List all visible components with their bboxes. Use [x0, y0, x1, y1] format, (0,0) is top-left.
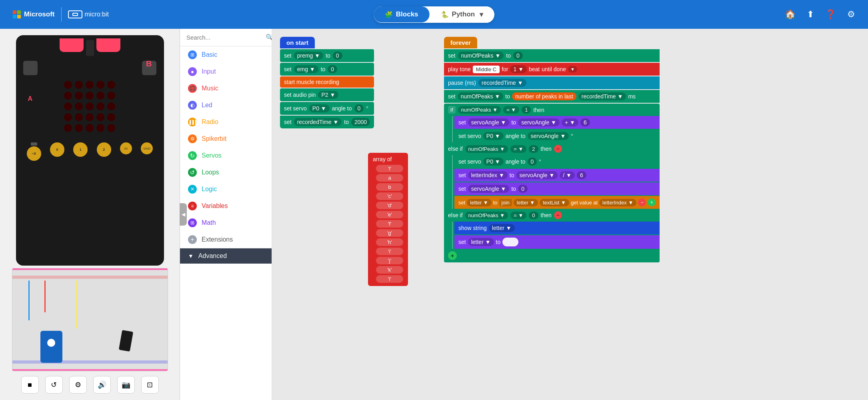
elseif2-val[interactable]: 2 — [529, 145, 538, 153]
category-spikerbit[interactable]: ⚙ Spikerbit — [180, 130, 272, 147]
category-radio[interactable]: ▐▐▐ Radio — [180, 114, 272, 130]
collapse-arrow[interactable]: ◀ — [180, 203, 187, 226]
servoangle-0-dropdown[interactable]: servoAngle ▼ — [468, 185, 510, 193]
if1-left-dropdown[interactable]: numOfPeaks ▼ — [458, 106, 501, 114]
blocks-workspace[interactable]: on start set premg ▼ to 0 set emg ▼ to 0… — [272, 29, 868, 400]
if1-val[interactable]: 1 — [522, 106, 531, 114]
search-input[interactable] — [186, 34, 262, 41]
hw-buttons — [23, 61, 156, 75]
recordedtime-value[interactable]: 2000 — [351, 118, 370, 126]
elseif0-left-dropdown[interactable]: numOfPeaks ▼ — [465, 212, 508, 219]
led-matrix — [60, 77, 120, 137]
mode-switcher: 🧩 Blocks 🐍 Python ▾ — [374, 6, 494, 23]
plus-dropdown[interactable]: + ▼ — [562, 118, 578, 126]
home-icon[interactable]: 🏠 — [785, 9, 796, 20]
loops-dot: ↺ — [188, 168, 197, 177]
category-logic[interactable]: ✕ Logic — [180, 181, 272, 198]
settings-icon[interactable]: ⚙ — [847, 9, 855, 20]
category-input[interactable]: ● Input — [180, 63, 272, 80]
letter-empty-dropdown[interactable]: letter ▼ — [468, 238, 494, 246]
search-icon[interactable]: 🔍 — [266, 34, 272, 41]
add-branch-btn[interactable]: + — [448, 251, 457, 260]
pin-row: ~0 0 1 2 3V GND — [16, 142, 164, 161]
category-basic[interactable]: ⊞ Basic — [180, 46, 272, 63]
divide-dropdown[interactable]: / ▼ — [560, 171, 575, 179]
elseif0-remove-btn[interactable]: − — [554, 211, 562, 219]
restart-button[interactable]: ↺ — [45, 376, 63, 394]
servo-0-val[interactable]: 0 — [528, 158, 537, 166]
pause-ms-dropdown[interactable]: recordedTime ▼ — [478, 79, 526, 87]
python-dropdown-arrow: ▾ — [480, 10, 483, 19]
spikerbit-icon: ⚙ — [190, 136, 195, 142]
category-extensions[interactable]: + Extensions — [180, 231, 272, 248]
category-math[interactable]: ⊞ Math — [180, 214, 272, 231]
elseif2-left-dropdown[interactable]: numOfPeaks ▼ — [465, 145, 508, 153]
expand-button[interactable]: ⊡ — [141, 376, 159, 394]
premg-value[interactable]: 0 — [333, 52, 342, 60]
servo-p0-3-dropdown[interactable]: P0 ▼ — [483, 158, 504, 166]
array-of-block: array of 'l' a b 'c' 'd' 'e' 'f' 'g' 'h'… — [368, 153, 408, 286]
category-led[interactable]: ◐ Led — [180, 97, 272, 114]
letterindex-ref-dropdown[interactable]: letterIndex ▼ — [599, 199, 636, 206]
recordedtime-dropdown[interactable]: recordedTime ▼ — [294, 118, 342, 126]
share-icon[interactable]: ⬆ — [807, 9, 814, 20]
empty-string-val[interactable] — [502, 238, 518, 246]
plus-val[interactable]: 6 — [580, 118, 590, 126]
numpeaks-val-0[interactable]: 0 — [513, 52, 523, 60]
letter-set-dropdown[interactable]: letter ▼ — [467, 199, 491, 206]
category-advanced[interactable]: ▼ Advanced — [180, 248, 272, 264]
elseif0-val[interactable]: 0 — [529, 212, 538, 219]
emg-value[interactable]: 0 — [328, 65, 337, 73]
servo-p0-2-dropdown[interactable]: P0 ▼ — [483, 132, 504, 140]
elseif2-remove-btn[interactable]: − — [554, 145, 562, 153]
servo-sa-dropdown[interactable]: servoAngle ▼ — [528, 132, 569, 140]
if1-eq-dropdown[interactable]: = ▼ — [503, 106, 519, 114]
servoangle-li-dropdown[interactable]: servoAngle ▼ — [516, 171, 558, 179]
textlist-dropdown[interactable]: textList ▼ — [540, 199, 569, 206]
array-item-l: 'l' — [376, 165, 403, 172]
servos-label: Servos — [202, 152, 222, 159]
letterindex-dropdown[interactable]: letterIndex ▼ — [468, 171, 508, 179]
led-2-2 — [86, 102, 94, 110]
blocks-mode-button[interactable]: 🧩 Blocks — [374, 6, 430, 22]
divide-val[interactable]: 6 — [577, 171, 586, 179]
premg-dropdown[interactable]: premg ▼ — [294, 52, 323, 60]
servoangle-set-dropdown[interactable]: servoAngle ▼ — [468, 118, 510, 126]
category-loops[interactable]: ↺ Loops — [180, 164, 272, 181]
led-2-3 — [96, 102, 104, 110]
elseif0-then-label: then — [541, 212, 552, 218]
pin-gnd: GND — [141, 142, 153, 154]
category-music[interactable]: 🎧 Music — [180, 80, 272, 97]
elseif2-eq-dropdown[interactable]: = ▼ — [510, 145, 526, 153]
button-left[interactable] — [23, 61, 38, 75]
show-string-dropdown[interactable]: letter ▼ — [489, 224, 515, 232]
servoangle-0-val[interactable]: 0 — [518, 185, 528, 193]
help-icon[interactable]: ❓ — [825, 9, 836, 20]
servoangle-ref-dropdown[interactable]: servoAngle ▼ — [518, 118, 560, 126]
tone-done-dropdown[interactable]: ▼ — [568, 66, 577, 72]
sound-button[interactable]: 🔊 — [93, 376, 111, 394]
join-minus-btn[interactable]: − — [638, 198, 646, 206]
elseif0-eq-dropdown[interactable]: = ▼ — [510, 212, 526, 219]
audio-pin-dropdown[interactable]: P2 ▼ — [318, 91, 338, 99]
tone-duration-dropdown[interactable]: 1 ▼ — [510, 65, 527, 73]
letter-ref-dropdown[interactable]: letter ▼ — [514, 199, 538, 206]
led-3-3 — [96, 113, 104, 121]
emg-dropdown[interactable]: emg ▼ — [294, 65, 318, 73]
servo-p0-dropdown[interactable]: P0 ▼ — [309, 104, 330, 112]
python-mode-button[interactable]: 🐍 Python ▾ — [430, 6, 495, 23]
numpeaks2-dropdown[interactable]: numOfPeaks ▼ — [458, 92, 504, 100]
recorded-time-dropdown[interactable]: recordedTime ▼ — [578, 92, 626, 100]
array-item-g: 'g' — [376, 229, 403, 237]
debug-button[interactable]: ⚙ — [69, 376, 87, 394]
stop-button[interactable]: ■ — [21, 376, 39, 394]
servo-angle-0[interactable]: 0 — [354, 104, 364, 112]
tone-note[interactable]: Middle C — [473, 66, 500, 73]
join-plus-btn[interactable]: + — [648, 198, 656, 206]
pin-1: 0 — [50, 142, 64, 157]
screenshot-button[interactable]: 📷 — [117, 376, 135, 394]
category-servos[interactable]: ↻ Servos — [180, 147, 272, 164]
servos-dot: ↻ — [188, 151, 197, 160]
numpeaks-dropdown[interactable]: numOfPeaks ▼ — [458, 52, 504, 60]
category-variables[interactable]: ≡ Variables — [180, 198, 272, 214]
